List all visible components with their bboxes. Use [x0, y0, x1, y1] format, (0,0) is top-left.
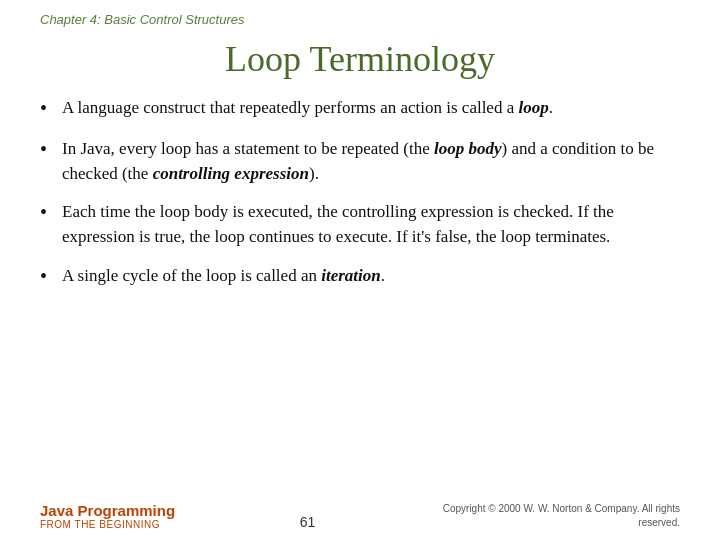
bullet-text-3: Each time the loop body is executed, the… [62, 200, 680, 249]
list-item: • Each time the loop body is executed, t… [40, 200, 680, 249]
list-item: • In Java, every loop has a statement to… [40, 137, 680, 186]
bullet-dot: • [40, 94, 62, 123]
footer-page: 61 [300, 514, 316, 530]
bullet-dot: • [40, 198, 62, 227]
bullet-text-4: A single cycle of the loop is called an … [62, 264, 680, 289]
slide-container: Chapter 4: Basic Control Structures Loop… [0, 0, 720, 540]
chapter-header: Chapter 4: Basic Control Structures [40, 0, 680, 34]
footer-copyright: Copyright © 2000 W. W. Norton & Company.… [440, 502, 680, 530]
list-item: • A language construct that repeatedly p… [40, 96, 680, 123]
bullet-text-1: A language construct that repeatedly per… [62, 96, 680, 121]
bullet-list: • A language construct that repeatedly p… [40, 96, 680, 291]
slide-title: Loop Terminology [40, 38, 680, 80]
bullet-text-2: In Java, every loop has a statement to b… [62, 137, 680, 186]
footer: Java Programming FROM THE BEGINNING 61 C… [0, 502, 720, 540]
footer-left: Java Programming FROM THE BEGINNING [40, 502, 175, 530]
footer-sub: FROM THE BEGINNING [40, 519, 175, 530]
bullet-dot: • [40, 135, 62, 164]
list-item: • A single cycle of the loop is called a… [40, 264, 680, 291]
footer-brand: Java Programming [40, 502, 175, 519]
bullet-dot: • [40, 262, 62, 291]
chapter-label: Chapter 4: Basic Control Structures [40, 12, 244, 27]
